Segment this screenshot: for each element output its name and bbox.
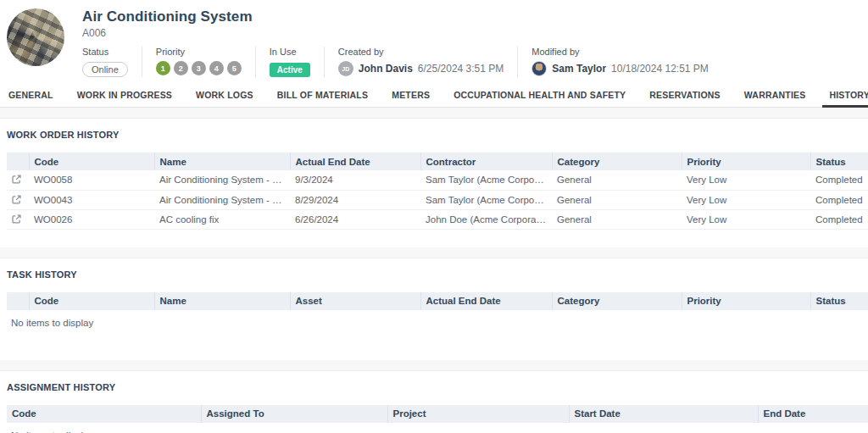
tab-warranties[interactable]: WARRANTIES [732,82,818,107]
assignment-history-table: Code Assigned To Project Start Date End … [7,405,868,423]
cell-code: WO0043 [29,190,154,209]
tab-work-in-progress[interactable]: WORK IN PROGRESS [65,82,184,107]
cell-category: General [552,190,682,209]
tab-general[interactable]: GENERAL [8,82,65,107]
tab-meters[interactable]: METERS [380,82,442,107]
open-work-order-icon[interactable] [11,214,23,225]
table-header-row: Code Assigned To Project Start Date End … [7,405,868,423]
priority-dot-2[interactable]: 2 [174,61,188,75]
priority-group: Priority 1 2 3 4 5 [142,47,255,77]
modified-by-name: Sam Taylor [552,63,606,75]
cell-actual-end-date: 8/29/2024 [290,190,420,209]
column-header-start-date: Start Date [569,405,758,423]
asset-header: Air Conditioning System A006 Status Onli… [0,0,868,81]
cell-status: Completed [810,209,868,229]
modified-by-label: Modified by [531,47,709,57]
column-header-assigned-to: Assigned To [201,405,387,423]
column-header-status: Status [810,292,868,310]
modified-by-avatar [531,61,547,76]
tab-bill-of-materials[interactable]: BILL OF MATERIALS [265,82,380,107]
column-header-contractor: Contractor [420,153,552,170]
cell-name: AC cooling fix [154,209,290,229]
cell-actual-end-date: 9/3/2024 [290,170,420,190]
table-row: WO0026 AC cooling fix 6/26/2024 John Doe… [7,209,868,229]
cell-name: Air Conditioning System - Mont... [154,170,290,190]
column-header-project: Project [387,405,569,423]
column-header-end-date: End Date [758,405,868,423]
priority-dot-1[interactable]: 1 [156,61,170,75]
cell-priority: Very Low [682,170,810,190]
column-header-code: Code [29,292,154,310]
column-header-name: Name [154,292,290,310]
task-history-table: Code Name Asset Actual End Date Category… [7,292,868,310]
column-header-actual-end-date: Actual End Date [420,292,552,310]
cell-code: WO0058 [29,170,154,190]
created-by-name: John Davis [359,63,413,75]
cell-contractor: Sam Taylor (Acme Corporation) [420,190,552,209]
created-by-datetime: 6/25/2024 3:51 PM [418,63,504,75]
column-header-asset: Asset [290,292,420,310]
assignment-history-section: ASSIGNMENT HISTORY Code Assigned To Proj… [0,371,868,433]
tab-occupational-health-and-safety[interactable]: OCCUPATIONAL HEALTH AND SAFETY [442,82,637,107]
empty-state-text: No items to display [7,310,868,360]
cell-actual-end-date: 6/26/2024 [290,209,420,229]
tab-history[interactable]: HISTORY [817,82,868,107]
column-header-category: Category [552,292,682,310]
cell-contractor: Sam Taylor (Acme Corporation) [420,170,552,190]
column-header-actual-end-date: Actual End Date [290,153,420,170]
modified-by-group: Modified by Sam Taylor 10/18/2024 12:51 … [517,47,722,77]
priority-dot-4[interactable]: 4 [209,61,224,75]
in-use-group: In Use Active [255,47,324,77]
in-use-label: In Use [270,47,310,57]
tab-work-logs[interactable]: WORK LOGS [184,82,265,107]
status-label: Status [82,47,128,57]
icon-column-header [7,153,29,170]
section-separator [0,108,868,119]
tab-reservations[interactable]: RESERVATIONS [637,82,732,107]
section-separator [0,247,868,258]
priority-scale: 1 2 3 4 5 [156,61,242,75]
table-header-row: Code Name Actual End Date Contractor Cat… [7,153,868,170]
priority-dot-5[interactable]: 5 [227,61,242,75]
column-header-status: Status [810,153,868,170]
asset-code: A006 [82,27,860,39]
cell-priority: Very Low [682,190,810,209]
table-row: WO0043 Air Conditioning System - Mont...… [7,190,868,209]
created-by-group: Created by JD John Davis 6/25/2024 3:51 … [324,47,517,77]
task-history-section: TASK HISTORY Code Name Asset Actual End … [0,258,868,360]
priority-dot-3[interactable]: 3 [192,61,206,75]
status-badge: Online [82,62,128,77]
asset-photo [7,8,64,66]
cell-category: General [552,170,682,190]
table-header-row: Code Name Asset Actual End Date Category… [7,292,868,310]
column-header-category: Category [552,153,682,170]
cell-category: General [552,209,682,229]
assignment-history-title: ASSIGNMENT HISTORY [7,382,868,392]
task-history-title: TASK HISTORY [7,269,868,280]
cell-status: Completed [810,170,868,190]
column-header-priority: Priority [682,153,810,170]
priority-label: Priority [156,47,242,57]
open-work-order-icon[interactable] [11,174,23,186]
section-separator [0,360,868,371]
created-by-avatar: JD [338,61,353,76]
column-header-name: Name [154,153,290,170]
cell-code: WO0026 [29,209,154,229]
work-order-history-section: WORK ORDER HISTORY Code Name Actual End … [0,119,868,247]
modified-by-datetime: 10/18/2024 12:51 PM [611,63,709,75]
column-header-priority: Priority [682,292,810,310]
work-order-history-table: Code Name Actual End Date Contractor Cat… [7,153,868,230]
column-header-code: Code [7,405,201,423]
cell-contractor: John Doe (Acme Corporation) [420,209,552,229]
tab-bar: GENERAL WORK IN PROGRESS WORK LOGS BILL … [0,82,868,108]
page-title: Air Conditioning System [82,7,860,25]
work-order-history-title: WORK ORDER HISTORY [7,130,868,140]
cell-status: Completed [810,190,868,209]
icon-column-header [7,292,29,310]
created-by-label: Created by [338,47,504,57]
empty-state-text: No items to display [7,423,868,433]
column-header-code: Code [29,153,154,170]
open-work-order-icon[interactable] [11,194,23,206]
table-row: WO0058 Air Conditioning System - Mont...… [7,170,868,190]
cell-name: Air Conditioning System - Mont... [154,190,290,209]
